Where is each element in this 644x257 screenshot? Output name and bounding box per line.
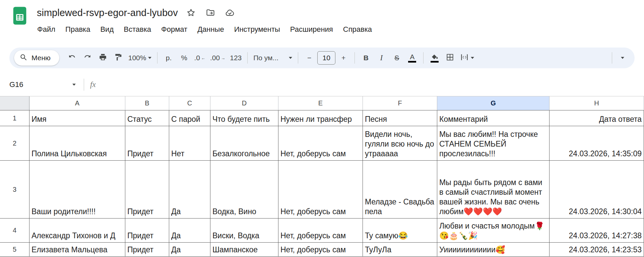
cell-C1[interactable]: С парой [169, 110, 210, 126]
cell-A1[interactable]: Имя [29, 110, 125, 126]
menu-insert[interactable]: Вставка [119, 23, 156, 36]
cell-E3[interactable]: Нет, доберусь сам [278, 161, 363, 219]
text-color-button[interactable]: A [405, 51, 420, 65]
column-header-C[interactable]: C [169, 96, 210, 110]
fill-color-button[interactable] [427, 51, 442, 65]
increase-decimals-button[interactable]: .00→ [208, 51, 227, 65]
cell-H2[interactable]: 24.03.2026, 14:35:09 [550, 126, 644, 161]
menu-tools[interactable]: Инструменты [229, 23, 285, 36]
star-icon[interactable] [185, 6, 197, 19]
cell-F3[interactable]: Меладзе - Свадьба пела [363, 161, 437, 219]
cell-G4[interactable]: Любви и счастья молодым🌹😘🎂🍾🎉 [437, 219, 550, 243]
zoom-select[interactable]: 100% [126, 51, 154, 65]
cell-E1[interactable]: Нужен ли трансфер [278, 110, 363, 126]
toolbar-more-button[interactable] [615, 51, 630, 65]
print-button[interactable] [95, 51, 110, 65]
merge-cells-button[interactable] [458, 51, 476, 65]
cell-H1[interactable]: Дата ответа [550, 110, 644, 126]
font-size-input[interactable]: 10 [317, 51, 335, 65]
minus-icon: − [307, 54, 311, 62]
cell-D2[interactable]: Безалкогольное [210, 126, 278, 161]
undo-button[interactable] [65, 51, 79, 65]
cell-E4[interactable]: Нет, доберусь сам [278, 219, 363, 243]
format-percent-button[interactable]: % [177, 51, 191, 65]
cell-E5[interactable]: Нет, доберусь сам [278, 243, 363, 257]
column-header-D[interactable]: D [210, 96, 278, 110]
cell-B2[interactable]: Придет [125, 126, 169, 161]
menu-help[interactable]: Справка [338, 23, 377, 36]
more-formats-button[interactable]: 123 [228, 51, 244, 65]
column-header-A[interactable]: A [29, 96, 125, 110]
cell-G5[interactable]: Уииииииииииии🥰 [437, 243, 550, 257]
cell-G1[interactable]: Комментарий [437, 110, 550, 126]
cell-G3[interactable]: Мы рады быть рядом с вами в самый счастл… [437, 161, 550, 219]
borders-button[interactable] [443, 51, 457, 65]
cell-B4[interactable]: Придет [125, 219, 169, 243]
cell-H5[interactable]: 24.03.2026, 14:23:53 [550, 243, 644, 257]
menu-extensions[interactable]: Расширения [285, 23, 338, 36]
row-header-3[interactable]: 3 [0, 161, 29, 219]
cell-H3[interactable]: 24.03.2026, 14:30:04 [550, 161, 644, 219]
cell-F1[interactable]: Песня [363, 110, 437, 126]
strikethrough-button[interactable]: S [389, 51, 404, 65]
arrow-right-icon: → [221, 56, 225, 61]
divider [298, 52, 298, 64]
row-header-1[interactable]: 1 [0, 110, 29, 126]
cell-C4[interactable]: Да [169, 219, 210, 243]
cell-D1[interactable]: Что будете пить [210, 110, 278, 126]
chevron-down-icon [289, 57, 292, 59]
column-header-H[interactable]: H [550, 96, 644, 110]
undo-icon [68, 53, 76, 63]
cell-C5[interactable]: Да [169, 243, 210, 257]
sheets-logo[interactable] [10, 6, 29, 27]
cell-A2[interactable]: Полина Цильковская [29, 126, 125, 161]
format-currency-button[interactable]: р. [161, 51, 176, 65]
menu-data[interactable]: Данные [192, 23, 229, 36]
bold-button[interactable]: B [359, 51, 373, 65]
column-header-F[interactable]: F [363, 96, 437, 110]
cell-A4[interactable]: Александр Тихонов и Д [29, 219, 125, 243]
cell-D5[interactable]: Шампанское [210, 243, 278, 257]
cell-D3[interactable]: Водка, Вино [210, 161, 278, 219]
menu-file[interactable]: Файл [32, 23, 60, 36]
menu-view[interactable]: Вид [95, 23, 119, 36]
cell-F4[interactable]: Ту самую😂 [363, 219, 437, 243]
select-all-corner[interactable] [0, 96, 29, 110]
move-to-folder-icon[interactable] [204, 6, 217, 19]
cell-H4[interactable]: 24.03.2026, 14:27:38 [550, 219, 644, 243]
column-header-E[interactable]: E [278, 96, 363, 110]
menu-format[interactable]: Формат [156, 23, 192, 36]
cell-A3[interactable]: Ваши родители!!!! [29, 161, 125, 219]
font-select[interactable]: По ум... [251, 51, 294, 65]
cell-B5[interactable]: Придет [125, 243, 169, 257]
document-title[interactable]: simplewed-rsvp-egor-and-lyubov [37, 7, 178, 18]
cell-C2[interactable]: Нет [169, 126, 210, 161]
increase-font-size-button[interactable]: + [336, 51, 351, 65]
decrease-font-size-button[interactable]: − [302, 51, 317, 65]
menu-search-button[interactable]: Меню [14, 50, 59, 66]
cloud-saved-icon[interactable] [223, 6, 236, 19]
increase-decimals-label: .00 [210, 54, 220, 62]
paint-format-button[interactable] [111, 51, 126, 65]
row-header-2[interactable]: 2 [0, 126, 29, 161]
chevron-down-icon [148, 57, 151, 59]
cell-F2[interactable]: Видели ночь, гуляли всю ночь до утрааааа [363, 126, 437, 161]
cell-A5[interactable]: Елизавета Мальцева [29, 243, 125, 257]
cell-C3[interactable]: Да [169, 161, 210, 219]
cell-G2[interactable]: Мы вас любим!! На строчке СТАНЕМ СЕМЬЕЙ … [437, 126, 550, 161]
row-header-5[interactable]: 5 [0, 243, 29, 257]
cell-D4[interactable]: Виски, Водка [210, 219, 278, 243]
cell-E2[interactable]: Нет, доберусь сам [278, 126, 363, 161]
fill-color-icon [431, 54, 439, 63]
italic-button[interactable]: I [374, 51, 389, 65]
redo-button[interactable] [80, 51, 95, 65]
row-header-4[interactable]: 4 [0, 219, 29, 243]
decrease-decimals-button[interactable]: .0← [192, 51, 207, 65]
column-header-G[interactable]: G [437, 96, 550, 110]
column-header-B[interactable]: B [125, 96, 169, 110]
cell-B1[interactable]: Статус [125, 110, 169, 126]
menu-edit[interactable]: Правка [60, 23, 95, 36]
cell-F5[interactable]: ТуЛуЛа [363, 243, 437, 257]
cell-B3[interactable]: Придет [125, 161, 169, 219]
name-box[interactable]: G16 [9, 80, 81, 89]
